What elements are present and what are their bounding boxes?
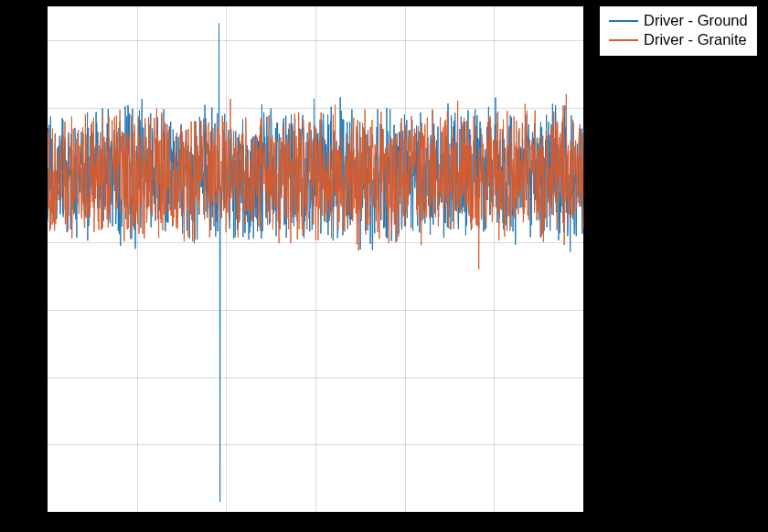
legend-entry-granite: Driver - Granite bbox=[609, 30, 748, 49]
legend: Driver - Ground Driver - Granite bbox=[599, 5, 758, 57]
legend-entry-ground: Driver - Ground bbox=[609, 11, 748, 30]
series-svg bbox=[48, 6, 583, 512]
legend-swatch-ground bbox=[609, 20, 638, 22]
figure: Driver - Ground Driver - Granite bbox=[0, 0, 768, 532]
plot-area bbox=[47, 5, 584, 513]
legend-label: Driver - Granite bbox=[644, 30, 747, 49]
series-line-ground bbox=[48, 23, 583, 502]
legend-swatch-granite bbox=[609, 39, 638, 41]
legend-label: Driver - Ground bbox=[644, 11, 748, 30]
